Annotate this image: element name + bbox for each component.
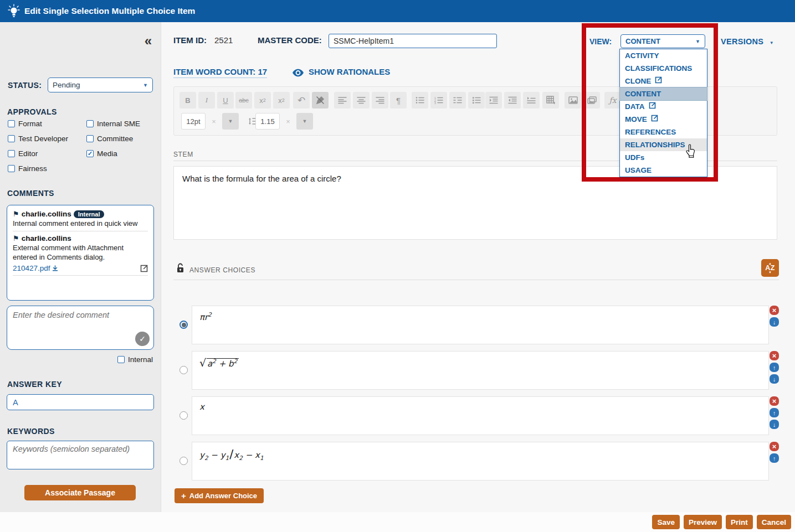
line-spacing-dropdown[interactable]: ▼ (296, 113, 313, 130)
answer-choice-editor[interactable]: √a2 + b2 (192, 351, 769, 390)
versions-dropdown[interactable]: VERSIONS ▼ (721, 37, 774, 46)
checkbox-icon[interactable] (8, 150, 15, 157)
status-value: Pending (53, 81, 80, 89)
checkbox-test-developer[interactable]: Test Developer (8, 135, 86, 143)
checkbox-icon[interactable] (86, 120, 94, 127)
bold-button[interactable]: B (179, 92, 196, 109)
italic-button[interactable]: I (198, 92, 215, 109)
delete-answer-button[interactable]: × (770, 396, 779, 406)
checkbox-icon[interactable] (8, 165, 15, 172)
keywords-input[interactable] (7, 441, 153, 469)
move-down-button[interactable]: ↓ (770, 374, 779, 384)
checkbox-icon[interactable] (8, 135, 15, 142)
align-right-icon[interactable] (372, 92, 388, 109)
outdent-icon[interactable] (504, 92, 521, 109)
font-size-dropdown[interactable]: ▼ (222, 113, 239, 130)
answer-choice-editor[interactable]: πr2 (192, 306, 769, 344)
checkbox-format[interactable]: Format (8, 120, 86, 128)
clear-line-spacing-icon[interactable]: × (281, 113, 295, 130)
view-option-data[interactable]: DATA (620, 100, 707, 113)
checkbox-media-checked[interactable]: ✓Media (86, 149, 117, 158)
approvals-group: Format Internal SME Test Developer Commi… (8, 120, 156, 179)
line-spacing-value[interactable]: 1.15 (255, 113, 280, 130)
indent-icon[interactable] (485, 92, 502, 109)
internal-comment-toggle[interactable]: Internal (117, 355, 153, 364)
view-option-classifications[interactable]: CLASSIFICATIONS (620, 62, 707, 75)
add-answer-choice-button[interactable]: + Add Answer Choice (175, 488, 264, 503)
submit-comment-button[interactable]: ✓ (135, 332, 150, 346)
unlock-icon[interactable] (176, 263, 184, 276)
answer-radio[interactable] (179, 366, 188, 374)
answer-choice-editor[interactable]: x (192, 396, 769, 435)
footer-bar: Save Preview Print Cancel (0, 512, 795, 532)
strikethrough-button[interactable]: abc (235, 92, 252, 109)
view-dropdown[interactable]: CONTENT ▼ (620, 34, 705, 48)
move-down-button[interactable]: ↓ (770, 420, 779, 429)
clear-formatting-button[interactable] (312, 92, 329, 109)
bullet-list-icon[interactable] (412, 92, 428, 109)
sort-answers-button[interactable]: ▲ AZ ▼ (761, 259, 779, 277)
align-left-icon[interactable] (334, 92, 351, 109)
underline-button[interactable]: U (217, 92, 234, 109)
keywords-box (7, 441, 154, 469)
save-button[interactable]: Save (652, 515, 680, 529)
open-external-icon[interactable] (140, 265, 148, 272)
list-style-icon[interactable] (468, 92, 485, 109)
status-dropdown[interactable]: Pending ▼ (48, 78, 153, 92)
checkbox-editor[interactable]: Editor (8, 149, 86, 158)
multilevel-list-icon[interactable] (449, 92, 466, 109)
insert-table-icon[interactable] (542, 92, 559, 109)
delete-answer-button[interactable]: × (770, 351, 779, 360)
associate-passage-button[interactable]: Associate Passage (24, 485, 136, 500)
delete-answer-button[interactable]: × (770, 306, 779, 315)
cancel-button[interactable]: Cancel (757, 515, 791, 529)
paragraph-mark-button[interactable]: ¶ (390, 92, 407, 109)
move-up-button[interactable]: ↑ (770, 363, 779, 372)
move-down-button[interactable]: ↓ (770, 317, 779, 327)
comment-input[interactable] (7, 306, 153, 349)
undo-button[interactable]: ↶ (293, 92, 310, 109)
view-option-references[interactable]: REFERENCES (620, 126, 707, 138)
answer-radio[interactable] (179, 457, 188, 465)
insert-image-icon[interactable] (565, 92, 581, 109)
checkbox-fairness[interactable]: Fairness (8, 164, 86, 173)
view-option-clone[interactable]: CLONE (620, 75, 707, 87)
answer-key-input[interactable] (7, 395, 153, 410)
image-gallery-icon[interactable] (583, 92, 600, 109)
answer-radio[interactable] (179, 411, 188, 420)
font-size-value[interactable]: 12pt (181, 113, 206, 130)
answer-choice-editor[interactable]: y2 − y1/x2 − x1 (192, 442, 769, 481)
view-option-content-selected[interactable]: CONTENT (620, 87, 707, 100)
view-option-move[interactable]: MOVE (620, 113, 707, 126)
checkbox-icon[interactable] (86, 135, 94, 142)
collapse-sidebar-icon[interactable]: « (145, 33, 152, 49)
attachment-link[interactable]: 210427.pdf (13, 264, 58, 273)
check-icon[interactable]: ✓ (86, 150, 94, 157)
checkbox-internal-sme[interactable]: Internal SME (86, 120, 140, 128)
arrow-up-icon: ↑ (773, 364, 776, 371)
checkbox-committee[interactable]: Committee (86, 135, 133, 143)
numbered-list-icon[interactable]: 123 (430, 92, 447, 109)
answer-radio-selected[interactable] (179, 321, 188, 329)
move-up-button[interactable]: ↑ (770, 453, 779, 463)
formula-button[interactable]: ƒx (604, 92, 621, 109)
clear-font-size-icon[interactable]: × (207, 113, 221, 130)
print-button[interactable]: Print (726, 515, 753, 529)
svg-text:3: 3 (434, 101, 436, 104)
first-line-indent-icon[interactable] (523, 92, 540, 109)
move-up-button[interactable]: ↑ (770, 408, 779, 417)
item-word-count-link[interactable]: ITEM WORD COUNT: 17 (173, 67, 267, 78)
checkbox-icon[interactable] (8, 120, 15, 127)
preview-button[interactable]: Preview (684, 515, 722, 529)
check-icon: ✓ (139, 334, 146, 343)
view-option-activity[interactable]: ACTIVITY (620, 49, 707, 62)
delete-answer-button[interactable]: × (770, 442, 779, 451)
checkbox-icon[interactable] (117, 356, 125, 363)
comment-text: Internal comment entered in quick view (13, 219, 148, 229)
show-rationales-button[interactable]: SHOW RATIONALES (309, 67, 390, 76)
view-option-usage[interactable]: USAGE (620, 164, 707, 177)
subscript-button[interactable]: x2 (254, 92, 271, 109)
master-code-input[interactable] (329, 34, 496, 48)
superscript-button[interactable]: x2 (273, 92, 290, 109)
align-center-icon[interactable] (353, 92, 370, 109)
